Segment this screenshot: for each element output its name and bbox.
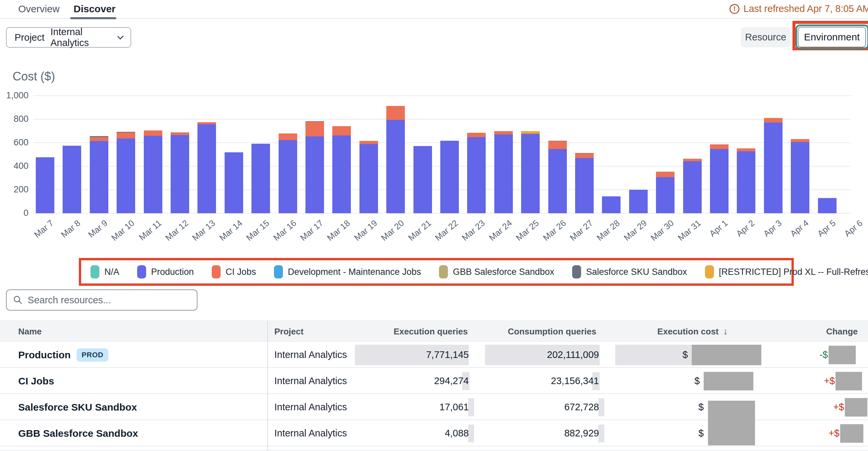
tab-overview[interactable]: Overview <box>18 3 60 14</box>
project-filter-dropdown[interactable]: Project Internal Analytics <box>6 27 131 48</box>
bar-segment <box>818 198 837 213</box>
bar-mar-16[interactable] <box>279 133 297 213</box>
search-input[interactable] <box>28 295 190 305</box>
gridline <box>33 95 851 96</box>
bar-apr-1[interactable] <box>710 144 728 213</box>
change-cell: +$ <box>829 420 863 446</box>
bar-mar-22[interactable] <box>440 141 459 213</box>
dashboard-page: Overview Discover ! Last refreshed Apr 7… <box>0 0 868 451</box>
project-cell: Internal Analytics <box>274 394 347 420</box>
bar-mar-9[interactable] <box>90 136 108 213</box>
bar-segment <box>764 118 782 123</box>
legend-item[interactable]: [RESTRICTED] Prod XL -- Full-Refresh job… <box>705 265 868 279</box>
y-axis-tick: 1,000 <box>0 90 29 101</box>
change-cell: -$ <box>819 342 856 368</box>
bar-segment <box>710 144 728 149</box>
environment-toggle-button[interactable]: Environment <box>798 27 866 47</box>
redaction-block <box>829 346 856 364</box>
bar-segment <box>791 142 809 213</box>
bar-apr-2[interactable] <box>737 148 755 213</box>
search-icon <box>13 295 23 305</box>
bar-mar-11[interactable] <box>144 130 162 213</box>
tab-discover[interactable]: Discover <box>73 3 116 14</box>
bar-segment <box>63 146 81 213</box>
bar-segment <box>251 144 270 213</box>
chart-title: Cost ($) <box>12 69 55 84</box>
bar-segment <box>494 134 513 213</box>
bar-mar-26[interactable] <box>548 141 567 213</box>
table-row[interactable]: CI JobsInternal Analytics294,27423,156,3… <box>0 368 868 394</box>
column-divider <box>267 321 268 451</box>
bar-mar-10[interactable] <box>117 132 135 213</box>
column-header-project[interactable]: Project <box>274 321 304 342</box>
legend-item[interactable]: Development - Maintenance Jobs <box>274 265 421 279</box>
bar-mar-13[interactable] <box>197 122 216 214</box>
bar-segment <box>90 137 108 141</box>
execution-queries-cell: 7,771,145 <box>426 342 469 368</box>
bar-mar-27[interactable] <box>575 153 594 213</box>
bar-apr-3[interactable] <box>764 118 782 213</box>
execution-cost-label: Execution cost <box>657 326 719 337</box>
bar-mar-29[interactable] <box>629 190 648 213</box>
legend-item[interactable]: Salesforce SKU Sandbox <box>572 265 687 279</box>
consumption-queries-cell: 23,156,341 <box>551 368 599 394</box>
bar-mar-14[interactable] <box>225 152 243 213</box>
resource-toggle-button[interactable]: Resource <box>741 27 790 47</box>
resource-name-text: CI Jobs <box>18 376 54 387</box>
change-prefix: +$ <box>829 428 839 439</box>
bar-mar-8[interactable] <box>63 146 81 213</box>
bar-segment <box>413 146 432 213</box>
bar-mar-18[interactable] <box>332 126 351 213</box>
project-cell: Internal Analytics <box>274 368 347 394</box>
bar-apr-5[interactable] <box>818 198 837 213</box>
highlight-block <box>598 424 604 442</box>
bar-mar-21[interactable] <box>413 146 432 213</box>
bar-segment <box>386 120 405 213</box>
bar-mar-25[interactable] <box>521 131 540 213</box>
bar-mar-30[interactable] <box>656 171 675 213</box>
bar-mar-12[interactable] <box>170 132 189 213</box>
gridline <box>33 119 851 120</box>
bar-segment <box>386 106 405 120</box>
execution-cost-cell: $ <box>699 420 704 446</box>
bar-segment <box>737 148 755 151</box>
legend-label: Development - Maintenance Jobs <box>288 267 421 277</box>
change-prefix: +$ <box>833 402 844 413</box>
table-row[interactable]: ProductionPRODInternal Analytics7,771,14… <box>0 342 868 368</box>
bar-segment <box>170 133 189 135</box>
bar-mar-7[interactable] <box>36 157 54 213</box>
legend-item[interactable]: N/A <box>90 265 119 279</box>
prod-badge: PROD <box>76 348 108 362</box>
bar-segment <box>90 141 108 213</box>
bar-segment <box>548 149 567 213</box>
execution-queries-cell: 4,088 <box>444 420 469 446</box>
redaction-block <box>836 372 862 390</box>
execution-cost-cell: $ <box>694 368 700 394</box>
bar-segment <box>306 122 324 136</box>
bar-mar-28[interactable] <box>602 196 621 213</box>
legend-label: N/A <box>104 267 119 277</box>
bar-mar-17[interactable] <box>306 121 324 213</box>
column-header-execution-queries[interactable]: Execution queries <box>394 321 468 342</box>
legend-item[interactable]: Production <box>137 265 194 279</box>
bar-segment <box>791 139 809 142</box>
legend-item[interactable]: GBB Salesforce Sandbox <box>439 265 554 279</box>
legend-label: [RESTRICTED] Prod XL -- Full-Refresh job… <box>719 267 868 277</box>
legend-item[interactable]: CI Jobs <box>212 265 256 279</box>
column-header-consumption-queries[interactable]: Consumption queries <box>508 321 596 342</box>
bar-mar-24[interactable] <box>494 131 513 213</box>
highlight-block <box>615 345 692 365</box>
column-header-change[interactable]: Change <box>826 321 858 342</box>
bar-mar-19[interactable] <box>360 141 378 213</box>
column-header-execution-cost[interactable]: Execution cost ↓ <box>657 321 728 342</box>
column-header-name[interactable]: Name <box>18 321 42 342</box>
bar-mar-20[interactable] <box>386 106 405 213</box>
bar-mar-15[interactable] <box>251 144 270 213</box>
bar-mar-31[interactable] <box>683 159 702 213</box>
bar-mar-23[interactable] <box>467 133 486 213</box>
bar-apr-4[interactable] <box>791 139 809 213</box>
consumption-queries-cell: 882,929 <box>564 420 599 446</box>
legend-swatch <box>274 265 283 279</box>
legend-label: Salesforce SKU Sandbox <box>586 267 687 277</box>
tab-bar: Overview Discover ! Last refreshed Apr 7… <box>0 0 868 19</box>
